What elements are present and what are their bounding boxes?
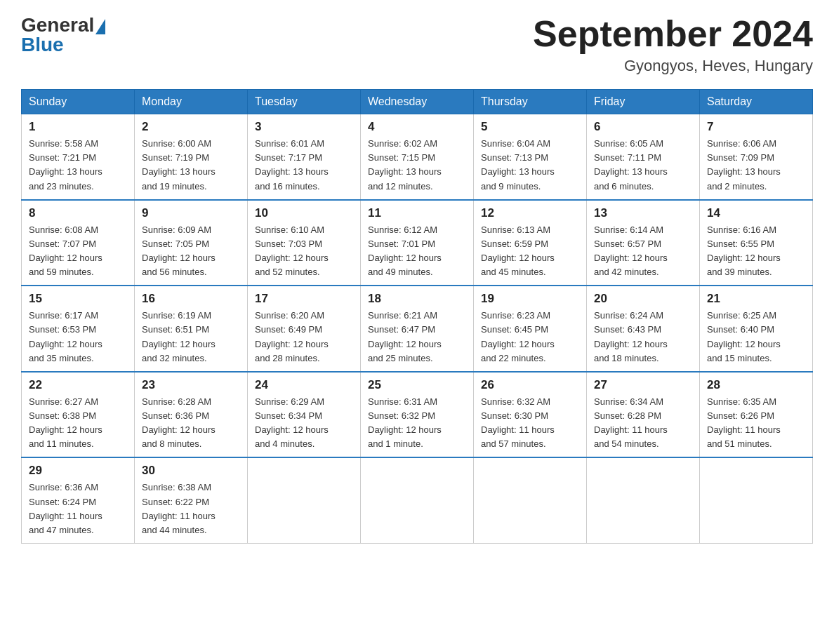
day-info: Sunrise: 6:14 AM Sunset: 6:57 PM Dayligh…	[594, 223, 692, 280]
header-friday: Friday	[587, 90, 700, 114]
day-info: Sunrise: 6:02 AM Sunset: 7:15 PM Dayligh…	[368, 137, 466, 194]
calendar-cell: 10Sunrise: 6:10 AM Sunset: 7:03 PM Dayli…	[248, 200, 361, 286]
day-number: 8	[29, 206, 127, 220]
calendar-cell: 6Sunrise: 6:05 AM Sunset: 7:11 PM Daylig…	[587, 114, 700, 200]
header-wednesday: Wednesday	[361, 90, 474, 114]
day-info: Sunrise: 6:17 AM Sunset: 6:53 PM Dayligh…	[29, 309, 127, 365]
day-info: Sunrise: 6:35 AM Sunset: 6:26 PM Dayligh…	[707, 395, 805, 452]
day-number: 13	[594, 206, 692, 220]
calendar-cell: 29Sunrise: 6:36 AM Sunset: 6:24 PM Dayli…	[22, 457, 135, 543]
day-info: Sunrise: 6:34 AM Sunset: 6:28 PM Dayligh…	[594, 395, 692, 452]
day-number: 24	[255, 378, 353, 392]
day-number: 9	[142, 206, 240, 220]
day-number: 17	[255, 292, 353, 306]
day-number: 1	[29, 120, 127, 134]
calendar-cell: 3Sunrise: 6:01 AM Sunset: 7:17 PM Daylig…	[248, 114, 361, 200]
day-number: 7	[707, 120, 805, 134]
day-number: 27	[594, 378, 692, 392]
day-info: Sunrise: 5:58 AM Sunset: 7:21 PM Dayligh…	[29, 137, 127, 194]
week-row-3: 15Sunrise: 6:17 AM Sunset: 6:53 PM Dayli…	[22, 286, 813, 372]
calendar-cell: 28Sunrise: 6:35 AM Sunset: 6:26 PM Dayli…	[700, 372, 813, 458]
day-info: Sunrise: 6:29 AM Sunset: 6:34 PM Dayligh…	[255, 395, 353, 452]
calendar-cell: 20Sunrise: 6:24 AM Sunset: 6:43 PM Dayli…	[587, 286, 700, 372]
calendar-cell: 5Sunrise: 6:04 AM Sunset: 7:13 PM Daylig…	[474, 114, 587, 200]
day-info: Sunrise: 6:38 AM Sunset: 6:22 PM Dayligh…	[142, 481, 240, 537]
day-number: 10	[255, 206, 353, 220]
day-number: 11	[368, 206, 466, 220]
calendar-cell: 8Sunrise: 6:08 AM Sunset: 7:07 PM Daylig…	[22, 200, 135, 286]
calendar-cell: 17Sunrise: 6:20 AM Sunset: 6:49 PM Dayli…	[248, 286, 361, 372]
day-number: 28	[707, 378, 805, 392]
day-number: 4	[368, 120, 466, 134]
day-info: Sunrise: 6:04 AM Sunset: 7:13 PM Dayligh…	[481, 137, 579, 194]
day-info: Sunrise: 6:20 AM Sunset: 6:49 PM Dayligh…	[255, 309, 353, 365]
calendar-cell: 1Sunrise: 5:58 AM Sunset: 7:21 PM Daylig…	[22, 114, 135, 200]
day-info: Sunrise: 6:32 AM Sunset: 6:30 PM Dayligh…	[481, 395, 579, 452]
calendar-cell: 22Sunrise: 6:27 AM Sunset: 6:38 PM Dayli…	[22, 372, 135, 458]
day-info: Sunrise: 6:00 AM Sunset: 7:19 PM Dayligh…	[142, 137, 240, 194]
calendar-title: September 2024	[533, 14, 813, 54]
day-number: 2	[142, 120, 240, 134]
logo: General Blue	[21, 14, 105, 56]
day-info: Sunrise: 6:36 AM Sunset: 6:24 PM Dayligh…	[29, 481, 127, 537]
calendar-cell: 18Sunrise: 6:21 AM Sunset: 6:47 PM Dayli…	[361, 286, 474, 372]
day-info: Sunrise: 6:13 AM Sunset: 6:59 PM Dayligh…	[481, 223, 579, 280]
day-number: 25	[368, 378, 466, 392]
week-row-2: 8Sunrise: 6:08 AM Sunset: 7:07 PM Daylig…	[22, 200, 813, 286]
day-info: Sunrise: 6:23 AM Sunset: 6:45 PM Dayligh…	[481, 309, 579, 365]
calendar-cell: 27Sunrise: 6:34 AM Sunset: 6:28 PM Dayli…	[587, 372, 700, 458]
day-info: Sunrise: 6:12 AM Sunset: 7:01 PM Dayligh…	[368, 223, 466, 280]
calendar-cell: 13Sunrise: 6:14 AM Sunset: 6:57 PM Dayli…	[587, 200, 700, 286]
day-number: 22	[29, 378, 127, 392]
day-number: 3	[255, 120, 353, 134]
calendar-cell: 25Sunrise: 6:31 AM Sunset: 6:32 PM Dayli…	[361, 372, 474, 458]
day-number: 23	[142, 378, 240, 392]
location: Gyongyos, Heves, Hungary	[533, 57, 813, 75]
day-number: 20	[594, 292, 692, 306]
day-info: Sunrise: 6:01 AM Sunset: 7:17 PM Dayligh…	[255, 137, 353, 194]
calendar-cell	[248, 457, 361, 543]
calendar-cell: 11Sunrise: 6:12 AM Sunset: 7:01 PM Dayli…	[361, 200, 474, 286]
calendar-cell: 24Sunrise: 6:29 AM Sunset: 6:34 PM Dayli…	[248, 372, 361, 458]
day-info: Sunrise: 6:06 AM Sunset: 7:09 PM Dayligh…	[707, 137, 805, 194]
day-info: Sunrise: 6:09 AM Sunset: 7:05 PM Dayligh…	[142, 223, 240, 280]
day-number: 12	[481, 206, 579, 220]
day-info: Sunrise: 6:16 AM Sunset: 6:55 PM Dayligh…	[707, 223, 805, 280]
calendar-cell: 7Sunrise: 6:06 AM Sunset: 7:09 PM Daylig…	[700, 114, 813, 200]
day-number: 15	[29, 292, 127, 306]
calendar-cell: 2Sunrise: 6:00 AM Sunset: 7:19 PM Daylig…	[135, 114, 248, 200]
day-info: Sunrise: 6:28 AM Sunset: 6:36 PM Dayligh…	[142, 395, 240, 452]
calendar-cell: 26Sunrise: 6:32 AM Sunset: 6:30 PM Dayli…	[474, 372, 587, 458]
day-number: 14	[707, 206, 805, 220]
calendar-cell: 23Sunrise: 6:28 AM Sunset: 6:36 PM Dayli…	[135, 372, 248, 458]
calendar-cell: 19Sunrise: 6:23 AM Sunset: 6:45 PM Dayli…	[474, 286, 587, 372]
calendar-cell	[474, 457, 587, 543]
calendar-cell	[361, 457, 474, 543]
day-info: Sunrise: 6:31 AM Sunset: 6:32 PM Dayligh…	[368, 395, 466, 452]
calendar-cell: 21Sunrise: 6:25 AM Sunset: 6:40 PM Dayli…	[700, 286, 813, 372]
day-number: 18	[368, 292, 466, 306]
day-info: Sunrise: 6:19 AM Sunset: 6:51 PM Dayligh…	[142, 309, 240, 365]
header-tuesday: Tuesday	[248, 90, 361, 114]
logo-triangle-icon	[95, 19, 105, 34]
title-section: September 2024 Gyongyos, Heves, Hungary	[533, 14, 813, 75]
day-number: 26	[481, 378, 579, 392]
day-info: Sunrise: 6:05 AM Sunset: 7:11 PM Dayligh…	[594, 137, 692, 194]
day-info: Sunrise: 6:24 AM Sunset: 6:43 PM Dayligh…	[594, 309, 692, 365]
header-thursday: Thursday	[474, 90, 587, 114]
calendar-table: SundayMondayTuesdayWednesdayThursdayFrid…	[21, 89, 813, 544]
calendar-cell: 4Sunrise: 6:02 AM Sunset: 7:15 PM Daylig…	[361, 114, 474, 200]
header-row: SundayMondayTuesdayWednesdayThursdayFrid…	[22, 90, 813, 114]
day-info: Sunrise: 6:08 AM Sunset: 7:07 PM Dayligh…	[29, 223, 127, 280]
header-sunday: Sunday	[22, 90, 135, 114]
calendar-cell: 16Sunrise: 6:19 AM Sunset: 6:51 PM Dayli…	[135, 286, 248, 372]
day-number: 5	[481, 120, 579, 134]
logo-text-blue: Blue	[21, 34, 64, 56]
day-number: 30	[142, 464, 240, 478]
day-number: 16	[142, 292, 240, 306]
day-info: Sunrise: 6:27 AM Sunset: 6:38 PM Dayligh…	[29, 395, 127, 452]
calendar-cell: 30Sunrise: 6:38 AM Sunset: 6:22 PM Dayli…	[135, 457, 248, 543]
day-info: Sunrise: 6:10 AM Sunset: 7:03 PM Dayligh…	[255, 223, 353, 280]
day-number: 19	[481, 292, 579, 306]
day-number: 21	[707, 292, 805, 306]
